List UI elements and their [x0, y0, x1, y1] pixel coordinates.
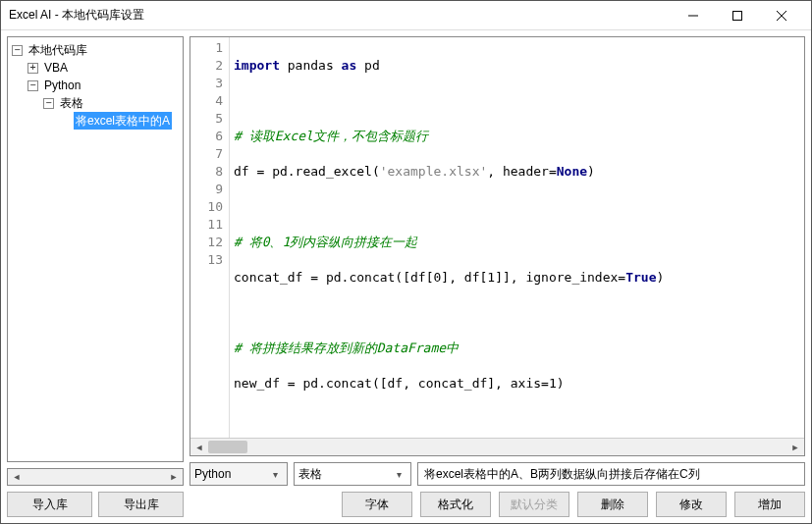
scroll-right-icon[interactable]: ►: [165, 469, 183, 485]
modify-button[interactable]: 修改: [656, 492, 727, 517]
scroll-left-icon[interactable]: ◄: [190, 439, 208, 455]
tree-leaf-selected[interactable]: 将excel表格中的A: [10, 112, 181, 130]
scroll-right-icon[interactable]: ►: [786, 439, 804, 455]
svg-rect-1: [732, 11, 741, 20]
delete-button[interactable]: 删除: [577, 492, 648, 517]
language-combo[interactable]: Python ▾: [189, 462, 288, 486]
window-title: Excel AI - 本地代码库设置: [9, 7, 671, 24]
expand-icon[interactable]: +: [27, 63, 38, 74]
category-combo[interactable]: 表格 ▾: [294, 462, 411, 486]
maximize-button[interactable]: [715, 1, 759, 30]
default-category-button: 默认分类: [499, 492, 569, 517]
line-gutter: 12345678910111213: [190, 37, 230, 438]
app-window: Excel AI - 本地代码库设置 −本地代码库 +VBA −Python −…: [0, 0, 812, 524]
left-panel: −本地代码库 +VBA −Python −表格 将excel表格中的A ◄ ► …: [7, 36, 184, 517]
right-panel: 12345678910111213 import pandas as pd # …: [189, 36, 805, 517]
import-button[interactable]: 导入库: [7, 492, 92, 517]
code-area[interactable]: import pandas as pd # 读取Excel文件，不包含标题行 d…: [230, 37, 804, 438]
tree-view[interactable]: −本地代码库 +VBA −Python −表格 将excel表格中的A: [7, 36, 184, 462]
input-row: Python ▾ 表格 ▾ 将excel表格中的A、B两列数据纵向拼接后存储在C…: [189, 462, 805, 486]
collapse-icon[interactable]: −: [43, 98, 54, 109]
button-row: 字体 格式化 默认分类 删除 修改 增加: [189, 492, 805, 517]
scroll-left-icon[interactable]: ◄: [8, 469, 26, 485]
font-button[interactable]: 字体: [342, 492, 412, 517]
scroll-thumb[interactable]: [208, 441, 247, 453]
editor-hscrollbar[interactable]: ◄ ►: [190, 438, 804, 455]
tree-node-sheet[interactable]: −表格: [10, 94, 181, 112]
chevron-down-icon: ▾: [267, 469, 283, 480]
titlebar: Excel AI - 本地代码库设置: [1, 1, 811, 30]
tree-node-vba[interactable]: +VBA: [10, 59, 181, 77]
description-input[interactable]: 将excel表格中的A、B两列数据纵向拼接后存储在C列: [417, 462, 805, 486]
add-button[interactable]: 增加: [734, 492, 805, 517]
tree-root[interactable]: −本地代码库: [10, 41, 181, 59]
code-editor[interactable]: 12345678910111213 import pandas as pd # …: [189, 36, 805, 456]
chevron-down-icon: ▾: [391, 469, 406, 480]
collapse-icon[interactable]: −: [12, 45, 23, 56]
export-button[interactable]: 导出库: [98, 492, 184, 517]
body: −本地代码库 +VBA −Python −表格 将excel表格中的A ◄ ► …: [1, 30, 811, 523]
minimize-button[interactable]: [671, 1, 715, 30]
format-button[interactable]: 格式化: [420, 492, 491, 517]
close-button[interactable]: [759, 1, 803, 30]
tree-hscrollbar[interactable]: ◄ ►: [7, 468, 184, 486]
tree-node-python[interactable]: −Python: [10, 77, 181, 94]
collapse-icon[interactable]: −: [27, 80, 38, 91]
